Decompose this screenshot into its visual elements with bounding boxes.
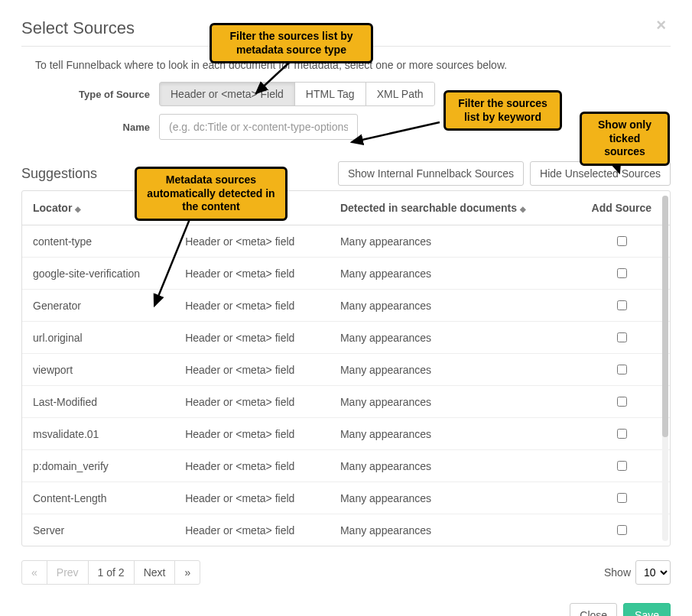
cell-add (573, 418, 670, 450)
table-row: content-typeHeader or <meta> fieldMany a… (22, 225, 670, 258)
pager-row: « Prev 1 of 2 Next » Show 10 (21, 560, 671, 585)
cell-type: Header or <meta> field (174, 354, 330, 386)
cell-detected: Many appearances (330, 386, 573, 418)
cell-locator: Content-Length (22, 482, 174, 514)
annotation-show-ticked: Show only ticked sources (580, 112, 670, 166)
scrollbar[interactable] (662, 196, 668, 541)
cell-add (573, 514, 670, 546)
table-row: viewportHeader or <meta> fieldMany appea… (22, 354, 670, 386)
add-source-checkbox[interactable] (617, 493, 627, 503)
show-control: Show 10 (604, 560, 671, 585)
add-source-checkbox[interactable] (617, 461, 627, 471)
suggestions-header: Suggestions Show Internal Funnelback Sou… (21, 161, 671, 186)
cell-locator: viewport (22, 354, 174, 386)
table-row: google-site-verificationHeader or <meta>… (22, 258, 670, 290)
show-select[interactable]: 10 (635, 560, 671, 585)
type-of-source-row: Type of Source Header or <meta> Field HT… (21, 82, 671, 106)
type-option-html-tag[interactable]: HTML Tag (294, 82, 366, 106)
type-of-source-group: Header or <meta> Field HTML Tag XML Path (159, 82, 435, 106)
cell-locator: url.original (22, 322, 174, 354)
cell-detected: Many appearances (330, 482, 573, 514)
close-button[interactable]: Close (570, 603, 617, 616)
sort-icon: ◆ (520, 205, 525, 213)
add-source-checkbox[interactable] (617, 397, 627, 407)
cell-type: Header or <meta> field (174, 514, 330, 546)
dialog-footer: Close Save (21, 603, 671, 616)
add-source-checkbox[interactable] (617, 365, 627, 374)
cell-type: Header or <meta> field (174, 418, 330, 450)
annotation-filter-type: Filter the sources list by metadata sour… (210, 23, 373, 63)
cell-add (573, 354, 670, 386)
pager-first[interactable]: « (21, 560, 47, 585)
cell-add (573, 450, 670, 482)
add-source-checkbox[interactable] (617, 525, 627, 535)
add-source-checkbox[interactable] (617, 300, 627, 310)
annotation-auto-detected: Metadata sources automatically detected … (135, 167, 288, 221)
name-input[interactable] (159, 114, 358, 140)
table-row: p:domain_verifyHeader or <meta> fieldMan… (22, 450, 670, 482)
add-source-checkbox[interactable] (617, 236, 627, 246)
table-row: Last-ModifiedHeader or <meta> fieldMany … (22, 386, 670, 418)
pager-last[interactable]: » (174, 560, 200, 585)
table-row: url.originalHeader or <meta> fieldMany a… (22, 322, 670, 354)
suggestions-table: Locator◆ Type◆ Detected in searchable do… (22, 191, 670, 546)
save-button[interactable]: Save (623, 603, 671, 616)
show-internal-sources-button[interactable]: Show Internal Funnelback Sources (338, 161, 524, 186)
cell-type: Header or <meta> field (174, 482, 330, 514)
type-of-source-label: Type of Source (21, 89, 159, 100)
cell-locator: Last-Modified (22, 386, 174, 418)
table-row: ServerHeader or <meta> fieldMany appeara… (22, 514, 670, 546)
cell-detected: Many appearances (330, 258, 573, 290)
type-option-xml-path[interactable]: XML Path (365, 82, 435, 106)
sort-icon: ◆ (75, 205, 80, 213)
add-source-checkbox[interactable] (617, 332, 627, 342)
cell-type: Header or <meta> field (174, 450, 330, 482)
cell-add (573, 386, 670, 418)
show-label: Show (604, 566, 631, 579)
cell-type: Header or <meta> field (174, 322, 330, 354)
cell-add (573, 225, 670, 258)
cell-type: Header or <meta> field (174, 386, 330, 418)
pager-indicator: 1 of 2 (88, 560, 135, 585)
table-row: Content-LengthHeader or <meta> fieldMany… (22, 482, 670, 514)
cell-detected: Many appearances (330, 418, 573, 450)
cell-locator: p:domain_verify (22, 450, 174, 482)
suggestions-heading: Suggestions (21, 166, 97, 182)
cell-detected: Many appearances (330, 322, 573, 354)
name-label: Name (21, 122, 159, 133)
cell-detected: Many appearances (330, 514, 573, 546)
cell-detected: Many appearances (330, 290, 573, 322)
suggestions-table-wrap: Locator◆ Type◆ Detected in searchable do… (21, 190, 671, 546)
cell-add (573, 322, 670, 354)
table-row: msvalidate.01Header or <meta> fieldMany … (22, 418, 670, 450)
col-detected[interactable]: Detected in searchable documents◆ (330, 191, 573, 225)
table-row: GeneratorHeader or <meta> fieldMany appe… (22, 290, 670, 322)
name-row: Name (21, 114, 671, 140)
pager-next[interactable]: Next (134, 560, 176, 585)
select-sources-dialog: × Select Sources To tell Funnelback wher… (0, 0, 692, 616)
pager-prev[interactable]: Prev (47, 560, 89, 585)
cell-add (573, 482, 670, 514)
cell-detected: Many appearances (330, 225, 573, 258)
scrollbar-thumb[interactable] (662, 196, 668, 437)
pager: « Prev 1 of 2 Next » (21, 560, 200, 585)
close-icon[interactable]: × (656, 15, 666, 35)
cell-locator: Server (22, 514, 174, 546)
add-source-checkbox[interactable] (617, 268, 627, 278)
arrow-icon (145, 216, 199, 315)
cell-detected: Many appearances (330, 354, 573, 386)
cell-locator: msvalidate.01 (22, 418, 174, 450)
col-add-source: Add Source (573, 191, 670, 225)
annotation-filter-keyword: Filter the sources list by keyword (443, 90, 562, 131)
cell-detected: Many appearances (330, 450, 573, 482)
cell-add (573, 290, 670, 322)
arrow-icon (348, 122, 447, 153)
arrow-icon (252, 63, 283, 109)
cell-add (573, 258, 670, 290)
add-source-checkbox[interactable] (617, 429, 627, 439)
